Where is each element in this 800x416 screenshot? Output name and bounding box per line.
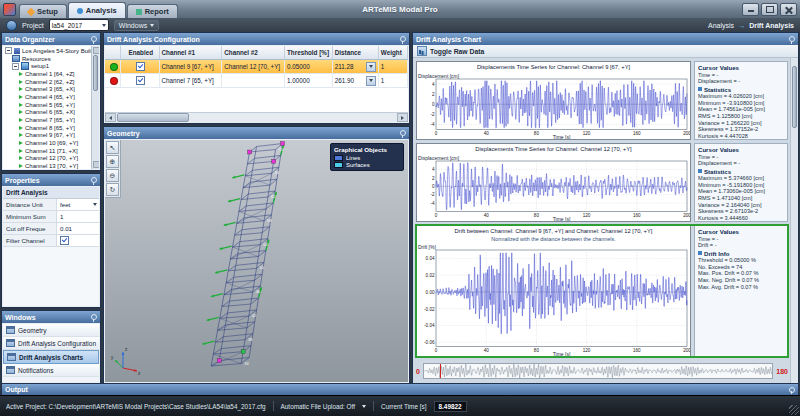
tree-item-channel[interactable]: Channel 8 [65, +Y] bbox=[5, 124, 91, 132]
weight-cell[interactable]: 1 bbox=[379, 74, 408, 87]
auto-upload-status[interactable]: Automatic File Upload: Off bbox=[281, 403, 355, 410]
toggle-raw-data-button[interactable]: Toggle Raw Data bbox=[430, 48, 484, 55]
tree-item-channel[interactable]: Channel 6 [65, +X] bbox=[5, 109, 91, 117]
resize-grip[interactable] bbox=[789, 405, 799, 415]
pin-icon[interactable] bbox=[91, 36, 97, 42]
svg-text:58: 58 bbox=[267, 218, 272, 223]
geometry-tool-button[interactable]: ⊕ bbox=[106, 155, 119, 168]
close-button[interactable] bbox=[780, 3, 797, 16]
table-row[interactable]: Channel 7 [65, +Y] 1.00000 261.90 1 bbox=[105, 74, 408, 88]
distance-unit-dropdown[interactable]: feet bbox=[57, 199, 99, 210]
collapse-icon[interactable] bbox=[5, 47, 12, 54]
channel1-column-header[interactable]: Channel #1 bbox=[160, 46, 223, 59]
scroll-left-button[interactable] bbox=[105, 113, 116, 122]
enabled-checkbox[interactable] bbox=[136, 76, 145, 85]
svg-text:-2: -2 bbox=[430, 112, 435, 117]
threshold-column-header[interactable]: Threshold [%] bbox=[285, 46, 333, 59]
channel2-cell[interactable] bbox=[222, 74, 285, 87]
pin-icon[interactable] bbox=[400, 130, 406, 136]
tree-item-channel[interactable]: Channel 4 [65, +Y] bbox=[5, 93, 91, 101]
windows-item-drift-charts[interactable]: Drift Analysis Charts bbox=[3, 350, 99, 364]
channel-arrow-icon bbox=[19, 133, 23, 137]
distance-value[interactable]: 261.90 bbox=[335, 77, 354, 84]
distance-unit-button[interactable] bbox=[366, 76, 376, 86]
table-row[interactable]: Channel 9 [67, +Y] Channel 12 [70, +Y] 0… bbox=[105, 60, 408, 74]
pin-icon[interactable] bbox=[789, 387, 795, 393]
enabled-column-header[interactable]: Enabled bbox=[121, 46, 159, 59]
distance-column-header[interactable]: Distance bbox=[333, 46, 379, 59]
tab-report[interactable]: Report bbox=[127, 4, 178, 18]
scroll-up-button[interactable] bbox=[93, 47, 99, 54]
project-selector[interactable]: la54_2017 bbox=[49, 19, 109, 31]
geometry-tool-button[interactable]: ↖ bbox=[106, 141, 119, 154]
tab-analysis[interactable]: Analysis bbox=[68, 2, 126, 18]
chart-panel-scrollbar[interactable] bbox=[790, 58, 798, 383]
maximize-button[interactable] bbox=[761, 3, 778, 16]
time-series-chart-channel9[interactable]: Displacement [cm]420-2-404080120160200Ti… bbox=[417, 72, 690, 140]
threshold-cell[interactable]: 1.00000 bbox=[285, 74, 333, 87]
scroll-down-button[interactable] bbox=[93, 161, 99, 168]
geometry-tool-button[interactable]: ↻ bbox=[106, 183, 119, 196]
pin-icon[interactable] bbox=[91, 314, 97, 320]
app-menu-icon[interactable] bbox=[6, 20, 17, 31]
drift-chart[interactable]: Drift [%]0.040.020.00-0.02-0.04-0.060408… bbox=[417, 243, 690, 357]
channel1-cell[interactable]: Channel 9 [67, +Y] bbox=[160, 60, 223, 73]
channel1-cell[interactable]: Channel 7 [65, +Y] bbox=[160, 74, 223, 87]
horizontal-scrollbar[interactable] bbox=[105, 112, 408, 122]
tree-item-channel[interactable]: Channel 2 [62, +Z] bbox=[5, 78, 91, 86]
legend-item-lines[interactable]: Lines bbox=[334, 154, 400, 161]
filter-channel-checkbox[interactable] bbox=[60, 236, 69, 245]
distance-unit-button[interactable] bbox=[366, 62, 376, 72]
tree-item-channel[interactable]: Channel 7 [65, +Y] bbox=[5, 116, 91, 124]
channel2-column-header[interactable]: Channel #2 bbox=[222, 46, 285, 59]
time-series-chart-channel12[interactable]: Displacement [cm]420-2-404080120160200Ti… bbox=[417, 154, 690, 222]
scroll-right-button[interactable] bbox=[397, 113, 408, 122]
cursor-values-header: Cursor Values bbox=[698, 64, 784, 72]
distance-value[interactable]: 211.28 bbox=[335, 63, 354, 70]
geometry-tool-button[interactable]: ⊖ bbox=[106, 169, 119, 182]
svg-text:z: z bbox=[125, 347, 128, 352]
pin-icon[interactable] bbox=[91, 177, 97, 183]
tree-item-channel[interactable]: Channel 12 [70, +Y] bbox=[5, 155, 91, 163]
geometry-viewport[interactable]: 34384246505458626670xyz ↖ ⊕ ⊖ ↻ Gr bbox=[105, 140, 408, 382]
tree-item-setup1[interactable]: setup1 bbox=[5, 62, 91, 70]
enabled-checkbox[interactable] bbox=[136, 62, 145, 71]
overview-strip[interactable] bbox=[423, 363, 773, 379]
tree-item-root[interactable]: Los Angeles 54-Story Build bbox=[5, 47, 91, 55]
tree-item-channel[interactable]: Channel 5 [65, +Y] bbox=[5, 101, 91, 109]
minimum-sum-field[interactable]: 1 bbox=[57, 211, 99, 222]
collapse-icon[interactable] bbox=[12, 63, 19, 70]
tree-scrollbar[interactable] bbox=[91, 46, 99, 169]
tool-icon: ↖ bbox=[110, 144, 116, 152]
tree-item-channel[interactable]: Channel 13 [70, +Y] bbox=[5, 162, 91, 169]
tree-item-channel[interactable]: Channel 10 [69, +Y] bbox=[5, 139, 91, 147]
tree-item-channel[interactable]: Channel 3 [65, +X] bbox=[5, 85, 91, 93]
cutoff-frequency-field[interactable]: 0.01 bbox=[57, 223, 99, 234]
weight-column-header[interactable]: Weight bbox=[379, 46, 408, 59]
scroll-thumb[interactable] bbox=[117, 113, 189, 122]
tree-item-resources[interactable]: Resources bbox=[5, 55, 91, 63]
legend-item-surfaces[interactable]: Surfaces bbox=[334, 161, 400, 168]
threshold-cell[interactable]: 0.05000 bbox=[285, 60, 333, 73]
pin-icon[interactable] bbox=[400, 36, 406, 42]
pin-icon[interactable] bbox=[789, 36, 795, 42]
minimize-button[interactable] bbox=[742, 3, 759, 16]
windows-item-drift-config[interactable]: Drift Analysis Configuration bbox=[3, 337, 99, 350]
breadcrumb-section[interactable]: Analysis bbox=[708, 22, 734, 29]
weight-cell[interactable]: 1 bbox=[379, 60, 408, 73]
scroll-thumb[interactable] bbox=[792, 66, 797, 128]
tree-item-channel[interactable]: Channel 11 [71, +X] bbox=[5, 147, 91, 155]
windows-dropdown[interactable]: Windows bbox=[114, 20, 159, 31]
scroll-thumb[interactable] bbox=[93, 55, 98, 91]
cursor-value-line: Time = - bbox=[698, 154, 784, 161]
svg-text:Displacement [cm]: Displacement [cm] bbox=[418, 72, 460, 78]
tree-item-channel[interactable]: Channel 1 [64, +Z] bbox=[5, 70, 91, 78]
geometry-3d-model[interactable]: 34384246505458626670xyz bbox=[105, 140, 408, 382]
tree-item-channel[interactable]: Channel 9 [67, +Y] bbox=[5, 132, 91, 140]
tab-setup[interactable]: Setup bbox=[19, 4, 67, 18]
windows-item-notifications[interactable]: Notifications bbox=[3, 364, 99, 377]
svg-text:160: 160 bbox=[633, 131, 641, 136]
svg-text:Time [s]: Time [s] bbox=[553, 133, 571, 139]
channel2-cell[interactable]: Channel 12 [70, +Y] bbox=[222, 60, 285, 73]
windows-item-geometry[interactable]: Geometry bbox=[3, 324, 99, 337]
